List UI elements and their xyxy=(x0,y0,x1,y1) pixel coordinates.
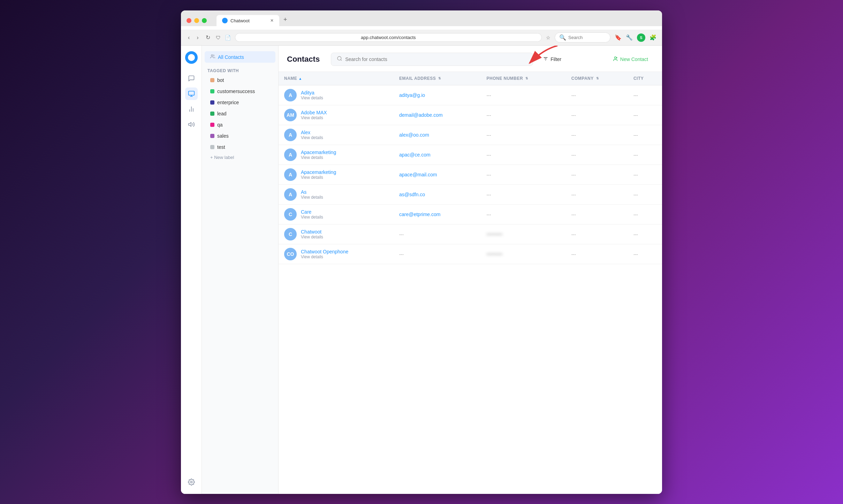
view-details-link[interactable]: View details xyxy=(301,96,323,100)
contact-email-cell: apace@mail.com xyxy=(394,165,481,185)
maximize-traffic-light[interactable] xyxy=(202,18,207,23)
phone-blurred: •••••••••• xyxy=(487,232,503,237)
contact-info: Alex View details xyxy=(301,130,323,140)
email-link[interactable]: demail@adobe.com xyxy=(399,112,443,118)
close-traffic-light[interactable] xyxy=(187,18,191,23)
email-link[interactable]: aditya@g.io xyxy=(399,92,425,98)
refresh-button[interactable]: ↻ xyxy=(204,33,212,41)
sidebar-item-campaigns[interactable] xyxy=(185,118,198,131)
label-item-customersuccess[interactable]: customersuccess xyxy=(205,86,275,97)
new-contact-button[interactable]: New Contact xyxy=(607,53,654,66)
label-dot xyxy=(210,100,214,105)
email-link[interactable]: care@etprime.com xyxy=(399,212,440,217)
email-link[interactable]: apace@mail.com xyxy=(399,172,437,177)
search-contacts-input[interactable] xyxy=(345,56,527,62)
browser-search-input[interactable] xyxy=(568,35,603,40)
contact-name[interactable]: Alex xyxy=(301,130,323,135)
contact-company-cell: --- xyxy=(566,224,628,244)
new-tab-button[interactable]: + xyxy=(281,15,290,25)
browser-window: Chatwoot ✕ + ‹ › ↻ 🛡 📄 ☆ 🔍 🔖 🔧 S 🧩 xyxy=(181,10,662,494)
sidebar-item-reports[interactable] xyxy=(185,103,198,115)
filter-button[interactable]: Filter xyxy=(539,53,565,66)
new-label-button[interactable]: + New label xyxy=(205,153,275,162)
address-input[interactable] xyxy=(235,33,542,42)
contact-name[interactable]: Care xyxy=(301,209,323,215)
company-dash: --- xyxy=(571,132,576,138)
contact-phone-cell: --- xyxy=(481,185,566,205)
wrench-icon[interactable]: 🔧 xyxy=(626,34,633,41)
label-item-enterprice[interactable]: enterprice xyxy=(205,97,275,108)
view-details-link[interactable]: View details xyxy=(301,175,336,180)
col-email[interactable]: EMAIL ADDRESS ⇅ xyxy=(394,72,481,85)
contact-name-cell: AM Adobe MAX View details xyxy=(279,105,394,125)
all-contacts-item[interactable]: All Contacts xyxy=(205,51,275,63)
forward-button[interactable]: › xyxy=(195,34,200,41)
sidebar-icons xyxy=(181,46,202,494)
contact-email-cell: --- xyxy=(394,224,481,244)
contact-company-cell: --- xyxy=(566,165,628,185)
view-details-link[interactable]: View details xyxy=(301,235,323,239)
city-dash: --- xyxy=(633,152,638,158)
label-item-lead[interactable]: lead xyxy=(205,108,275,119)
contact-company-cell: --- xyxy=(566,185,628,205)
back-button[interactable]: ‹ xyxy=(187,34,191,41)
contact-phone-cell: --- xyxy=(481,125,566,145)
view-details-link[interactable]: View details xyxy=(301,155,336,160)
col-phone-sort: PHONE NUMBER ⇅ xyxy=(487,76,529,81)
contact-phone-cell: --- xyxy=(481,145,566,165)
browser-tab-chatwoot[interactable]: Chatwoot ✕ xyxy=(217,15,279,26)
label-item-test[interactable]: test xyxy=(205,142,275,153)
company-dash: --- xyxy=(571,93,576,98)
app-logo[interactable] xyxy=(185,51,198,64)
label-item-bot[interactable]: bot xyxy=(205,75,275,86)
left-panel: All Contacts Tagged with bot customersuc… xyxy=(202,46,279,494)
col-email-label: EMAIL ADDRESS xyxy=(399,76,436,81)
label-dot xyxy=(210,123,214,127)
minimize-traffic-light[interactable] xyxy=(194,18,199,23)
phone-blurred: •••••••••• xyxy=(487,252,503,257)
col-company-sort: COMPANY ⇅ xyxy=(571,76,599,81)
profile-icon[interactable]: S xyxy=(637,33,645,42)
col-phone[interactable]: PHONE NUMBER ⇅ xyxy=(481,72,566,85)
sidebar-item-settings[interactable] xyxy=(185,476,198,488)
contact-name[interactable]: Apacemarketing xyxy=(301,169,336,175)
label-item-qa[interactable]: qa xyxy=(205,119,275,130)
pocket-icon[interactable]: 🔖 xyxy=(615,34,622,41)
sidebar-item-conversations[interactable] xyxy=(185,72,198,85)
table-row: CO Chatwoot Openphone View details --- •… xyxy=(279,244,662,264)
avatar: A xyxy=(284,148,297,161)
svg-point-14 xyxy=(614,57,616,59)
extensions-icon[interactable]: 🧩 xyxy=(650,34,656,41)
contact-city-cell: --- xyxy=(628,145,662,165)
sidebar-item-contacts[interactable] xyxy=(185,87,198,100)
contact-name[interactable]: Apacemarketing xyxy=(301,150,336,155)
browser-toolbar-icons: 🔖 🔧 S 🧩 xyxy=(615,33,656,42)
contact-info: As View details xyxy=(301,189,323,200)
contact-name[interactable]: Chatwoot Openphone xyxy=(301,249,348,254)
contact-city-cell: --- xyxy=(628,85,662,105)
table-row: A Apacemarketing View details apace@mail… xyxy=(279,165,662,185)
view-details-link[interactable]: View details xyxy=(301,254,348,259)
email-link[interactable]: as@sdfn.co xyxy=(399,192,425,197)
star-icon[interactable]: ☆ xyxy=(546,35,550,40)
contact-name-cell: A Alex View details xyxy=(279,125,394,145)
contact-name[interactable]: Adobe MAX xyxy=(301,110,327,115)
view-details-link[interactable]: View details xyxy=(301,195,323,200)
contact-name[interactable]: Aditya xyxy=(301,90,323,96)
email-link[interactable]: alex@oo.com xyxy=(399,132,429,138)
col-company[interactable]: COMPANY ⇅ xyxy=(566,72,628,85)
email-dash: --- xyxy=(399,252,404,257)
view-details-link[interactable]: View details xyxy=(301,115,327,120)
page-icon: 📄 xyxy=(225,35,231,40)
col-name[interactable]: NAME ▲ xyxy=(279,72,394,85)
contact-name[interactable]: As xyxy=(301,189,323,195)
label-item-sales[interactable]: sales xyxy=(205,130,275,142)
view-details-link[interactable]: View details xyxy=(301,135,323,140)
contact-email-cell: --- xyxy=(394,244,481,264)
tab-close-button[interactable]: ✕ xyxy=(270,18,274,23)
email-link[interactable]: apac@ce.com xyxy=(399,152,431,158)
view-details-link[interactable]: View details xyxy=(301,215,323,220)
contact-name[interactable]: Chatwoot xyxy=(301,229,323,235)
contacts-table-header: NAME ▲ EMAIL ADDRESS ⇅ xyxy=(279,72,662,85)
table-header-row: NAME ▲ EMAIL ADDRESS ⇅ xyxy=(279,72,662,85)
